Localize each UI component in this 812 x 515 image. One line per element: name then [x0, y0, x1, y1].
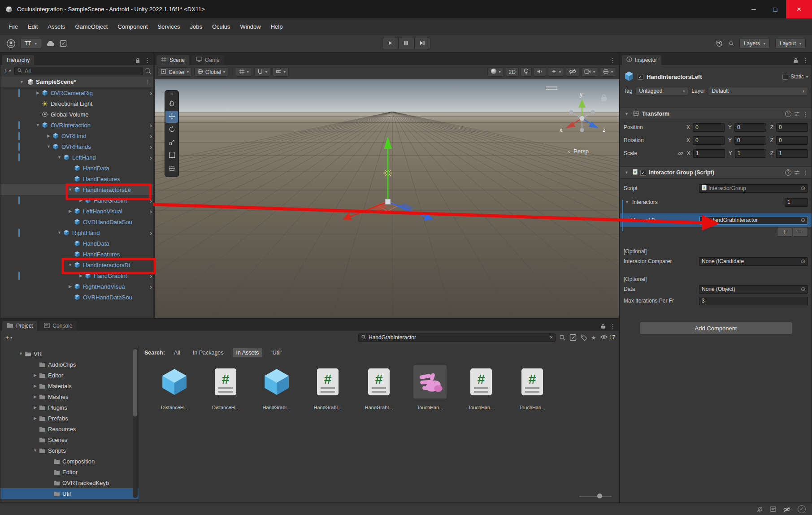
view-tool-button[interactable] — [165, 98, 178, 110]
folder-item-ovrtrackedkeyb[interactable]: OVRTrackedKeyb — [0, 477, 139, 488]
foldout-arrow[interactable]: ▼ — [45, 144, 52, 149]
collab-icon[interactable] — [60, 40, 67, 47]
tag-dropdown[interactable]: Untagged▾ — [635, 87, 688, 95]
menu-item-window[interactable]: Window — [235, 21, 265, 32]
foldout-arrow[interactable]: ▶ — [32, 416, 39, 420]
foldout-arrow[interactable]: ▼ — [35, 123, 41, 127]
folder-item-audioclips[interactable]: AudioClips — [0, 359, 139, 370]
hierarchy-item-righthandvisua[interactable]: ▶RightHandVisua› — [0, 281, 153, 292]
maximize-button[interactable]: □ — [764, 0, 786, 18]
component-enabled-checkbox[interactable]: ✓ — [640, 170, 646, 176]
menu-item-assets[interactable]: Assets — [43, 21, 70, 32]
object-picker-icon[interactable]: ⊙ — [801, 286, 805, 292]
open-prefab-arrow[interactable]: › — [150, 283, 152, 290]
hierarchy-item-ovrhanddatasou[interactable]: OVRHandDataSou — [0, 216, 153, 227]
hierarchy-item-ovrhanddatasou[interactable]: OVRHandDataSou — [0, 292, 153, 303]
transform-rotation-y-field[interactable]: 0 — [734, 136, 766, 145]
move-tool-button[interactable] — [165, 111, 178, 123]
pause-button[interactable] — [398, 38, 414, 49]
asset-store-search-icon[interactable] — [569, 334, 577, 341]
step-button[interactable] — [414, 38, 430, 49]
static-checkbox[interactable] — [782, 74, 788, 80]
tag-filter-icon[interactable] — [581, 334, 587, 341]
script-field[interactable]: # InteractorGroup ⊙ — [699, 184, 808, 193]
slider-thumb[interactable] — [597, 493, 602, 498]
menu-item-edit[interactable]: Edit — [23, 21, 43, 32]
folder-item-composition[interactable]: Composition — [0, 456, 139, 467]
create-asset-button[interactable]: +▾ — [4, 334, 13, 341]
folder-item-resources[interactable]: Resources — [0, 424, 139, 434]
hierarchy-item-directional-light[interactable]: Directional Light — [0, 98, 153, 109]
transform-tool-button[interactable] — [165, 163, 178, 175]
foldout-arrow[interactable]: ▶ — [67, 209, 74, 213]
hierarchy-item-handinteractorsri[interactable]: ▼HandInteractorsRi — [0, 260, 153, 270]
lock-icon[interactable] — [601, 95, 607, 102]
hierarchy-item-ovrhands[interactable]: ▼OVRHands› — [0, 141, 153, 152]
link-scale-icon[interactable] — [677, 151, 683, 156]
foldout-arrow[interactable]: ▼ — [623, 170, 630, 175]
hidden-count-badge[interactable]: 17 — [600, 334, 615, 341]
gizmos-dropdown[interactable]: ▾ — [600, 67, 616, 77]
kebab-menu-icon[interactable]: ⋮ — [610, 323, 616, 329]
lock-icon[interactable] — [135, 58, 140, 63]
rotate-tool-button[interactable] — [165, 124, 178, 136]
console-status-icon[interactable] — [770, 506, 776, 512]
foldout-arrow[interactable]: ▶ — [32, 405, 39, 410]
asset-distanceh[interactable]: #DistanceH... — [200, 365, 251, 410]
foldout-arrow[interactable]: ▶ — [35, 91, 41, 95]
transform-component-header[interactable]: ▼ Transform ? ⋮ — [620, 108, 812, 120]
object-picker-icon[interactable]: ⊙ — [801, 217, 805, 223]
foldout-arrow[interactable]: ▶ — [32, 373, 39, 377]
transform-position-z-field[interactable]: 0 — [776, 123, 808, 132]
open-prefab-arrow[interactable]: › — [150, 132, 152, 140]
add-component-button[interactable]: Add Component — [640, 322, 792, 334]
help-icon[interactable]: ? — [785, 111, 791, 117]
foldout-arrow[interactable]: ▶ — [32, 394, 39, 399]
foldout-arrow[interactable]: ▶ — [78, 273, 84, 278]
foldout-arrow[interactable]: ▼ — [624, 200, 630, 204]
interactor-element-row[interactable]: = Element 0 HandGrabInteractor ⊙ — [620, 213, 812, 227]
gameobject-name-field[interactable]: HandInteractorsLeft — [647, 74, 702, 80]
zoom-slider[interactable] — [579, 493, 612, 499]
interactor-group-header[interactable]: ▼ # ✓ Interactor Group (Script) ? ⋮ — [620, 166, 812, 179]
visibility-status-icon[interactable] — [783, 506, 790, 512]
remove-element-button[interactable]: − — [793, 228, 808, 237]
hierarchy-item-handfeatures[interactable]: HandFeatures — [0, 249, 153, 260]
snap-increment-dropdown[interactable]: ▾ — [273, 67, 289, 77]
hierarchy-item-ovrhmd[interactable]: ▶OVRHmd› — [0, 130, 153, 141]
foldout-arrow[interactable]: ▶ — [78, 198, 84, 203]
clear-search-icon[interactable]: × — [550, 334, 553, 341]
lock-icon[interactable] — [600, 324, 606, 329]
object-picker-icon[interactable]: ⊙ — [801, 185, 805, 191]
hierarchy-item-global-volume[interactable]: Global Volume — [0, 109, 153, 120]
help-icon[interactable]: ? — [785, 169, 791, 176]
filter-util[interactable]: 'Util' — [268, 348, 285, 357]
menu-item-component[interactable]: Component — [113, 21, 152, 32]
open-prefab-arrow[interactable]: › — [150, 154, 152, 161]
foldout-arrow[interactable]: ▼ — [18, 80, 25, 84]
play-button[interactable] — [382, 38, 398, 49]
folder-item-editor[interactable]: Editor — [0, 467, 139, 477]
asset-touchhan[interactable]: #TouchHan... — [507, 365, 558, 410]
z-plane-handle[interactable] — [397, 203, 414, 211]
layout-dropdown[interactable]: Layout▾ — [775, 38, 806, 49]
foldout-arrow[interactable]: ▼ — [17, 351, 24, 356]
menu-item-gameobject[interactable]: GameObject — [70, 21, 113, 32]
search-picker-icon[interactable] — [145, 68, 151, 74]
hierarchy-item-handinteractorsle[interactable]: ▼HandInteractorsLe — [0, 184, 153, 195]
drag-handle-icon[interactable]: = — [625, 217, 628, 223]
rect-tool-button[interactable] — [165, 150, 178, 162]
menu-item-help[interactable]: Help — [266, 21, 288, 32]
layers-dropdown[interactable]: Layers▾ — [739, 38, 770, 49]
foldout-arrow[interactable]: ▶ — [67, 284, 74, 289]
effects-dropdown[interactable]: ▾ — [548, 67, 564, 77]
notifications-muted-icon[interactable] — [756, 506, 763, 513]
project-search-input[interactable]: HandGrabInteractor × — [358, 333, 556, 342]
folder-item-util[interactable]: Util — [0, 488, 139, 499]
foldout-arrow[interactable]: ▶ — [45, 134, 52, 138]
comparer-object-field[interactable]: None (ICandidate ⊙ — [699, 257, 808, 266]
menu-item-oculus[interactable]: Oculus — [207, 21, 235, 32]
draw-mode-dropdown[interactable]: ▾ — [487, 67, 504, 77]
account-icon[interactable] — [6, 39, 16, 48]
camera-settings-dropdown[interactable]: ▾ — [581, 67, 598, 77]
